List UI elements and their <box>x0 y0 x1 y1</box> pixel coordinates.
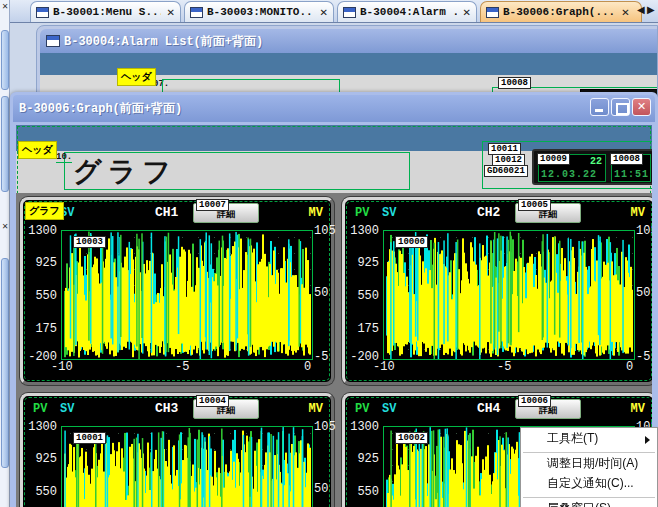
channel-title: CH3 <box>155 401 178 416</box>
graph-panel-ch1: グラフ PV SV CH1 10007 詳細 MV 1300 925 550 1… <box>20 197 334 385</box>
submenu-arrow-icon <box>645 436 650 444</box>
detail-button[interactable]: 10007 詳細 <box>193 203 259 223</box>
menu-item-label: 调整日期/时间(A) <box>547 456 638 470</box>
y-axis-tick: 550 <box>23 485 57 499</box>
trend-graph-canvas <box>383 230 635 360</box>
object-id-label: 10007 <box>196 199 229 211</box>
trend-graph-canvas <box>61 230 313 360</box>
y-axis-tick: 925 <box>345 256 379 270</box>
context-menu: 工具栏(T) 调整日期/时间(A) 自定义通知(C)... 层叠窗口(S) <box>520 427 658 507</box>
y-axis-tick: 550 <box>345 485 379 499</box>
menu-item-custom-notify[interactable]: 自定义通知(C)... <box>521 475 657 495</box>
header-part-tag: ヘッダ <box>18 141 57 159</box>
x-axis-tick: -10 <box>373 360 395 374</box>
tab-scroll-right-icon[interactable]: ▶ <box>647 4 656 15</box>
tab-b30001[interactable]: B-30001:Menu S... ✕ <box>30 1 181 22</box>
mv-legend: MV <box>309 402 323 416</box>
y-axis-tick: 175 <box>23 322 57 336</box>
tab-b30003[interactable]: B-30003:MONITO... ✕ <box>184 1 334 22</box>
menu-item-label: 工具栏(T) <box>547 431 598 445</box>
y-axis-tick: 1300 <box>345 420 379 434</box>
alarm-window-titlebar[interactable]: B-30004:Alarm List(前面+背面) <box>40 29 657 53</box>
graph-window-titlebar[interactable]: B-30006:Graph(前面+背面) ✕ <box>13 95 655 122</box>
y2-axis-tick: -5 <box>314 350 328 364</box>
menu-item-label: 层叠窗口(S) <box>547 501 611 507</box>
window-icon <box>46 35 60 47</box>
pv-legend: PV <box>33 402 47 416</box>
menu-item-cascade-windows[interactable]: 层叠窗口(S) <box>521 500 657 507</box>
y2-axis-tick: 50 <box>314 286 328 300</box>
panel-header: PV SV CH2 10005 詳細 MV <box>349 202 649 224</box>
mv-legend: MV <box>631 206 645 220</box>
dock-scrollbar[interactable] <box>1 96 9 192</box>
x-axis-tick: 0 <box>304 360 311 374</box>
screen-title-text: グラフ <box>73 153 177 191</box>
object-id-label: 10004 <box>196 395 229 407</box>
alarm-window-content: ヘッダ 07. 10008 <box>40 53 657 96</box>
minimize-button[interactable] <box>590 98 609 116</box>
mv-legend: MV <box>309 206 323 220</box>
detail-button[interactable]: 10005 詳細 <box>515 203 581 223</box>
channel-title: CH1 <box>155 205 178 220</box>
x-axis-tick: -10 <box>51 360 73 374</box>
dock-close-icon[interactable]: ✕ <box>1 222 9 232</box>
pv-legend: PV <box>355 402 369 416</box>
screen-title-box: グラフ <box>64 152 410 190</box>
date-digits: 12.03.22 <box>541 169 597 180</box>
left-dock-strip: ✕ ✕ <box>0 0 10 507</box>
window-controls: ✕ <box>590 98 651 116</box>
detail-button[interactable]: 10004 詳細 <box>193 399 259 419</box>
tab-b30004[interactable]: B-30004:Alarm ... ✕ <box>337 1 477 22</box>
x-axis-tick: -5 <box>497 360 511 374</box>
clock-lcd-panel: 10009 22 12.03.22 10008 11:51 <box>532 149 652 185</box>
y-axis-tick: 925 <box>23 452 57 466</box>
y-axis-tick: 1300 <box>23 420 57 434</box>
tab-close-icon[interactable]: ✕ <box>621 7 629 18</box>
menu-item-toolbar[interactable]: 工具栏(T) <box>521 430 657 450</box>
graph-panel-ch2: PV SV CH2 10005 詳細 MV 1300 925 550 175 -… <box>342 197 652 385</box>
sv-legend: SV <box>382 402 396 416</box>
tab-b30006-active[interactable]: B-30006:Graph(... ✕ <box>480 1 642 22</box>
dock-close-icon[interactable]: ✕ <box>1 2 9 12</box>
y2-axis-tick: 105 <box>314 224 336 238</box>
close-button[interactable]: ✕ <box>632 98 651 116</box>
y-axis-tick: 925 <box>23 256 57 270</box>
pv-legend: PV <box>355 206 369 220</box>
tab-close-icon[interactable]: ✕ <box>463 7 471 18</box>
y-axis-tick: 175 <box>345 322 379 336</box>
screen-icon <box>486 7 499 18</box>
channel-title: CH4 <box>477 401 500 416</box>
detail-button[interactable]: 10006 詳細 <box>515 399 581 419</box>
panel-header: PV SV CH1 10007 詳細 MV <box>27 202 327 224</box>
screen-tab-bar: B-30001:Menu S... ✕ B-30003:MONITO... ✕ … <box>10 0 658 23</box>
sv-legend: SV <box>60 402 74 416</box>
object-id-label: 10008 <box>610 153 643 165</box>
tab-close-icon[interactable]: ✕ <box>167 7 175 18</box>
dock-scrollbar[interactable] <box>1 30 9 90</box>
time-digits: 11:51 <box>614 169 649 180</box>
y-axis-tick: 550 <box>23 289 57 303</box>
y2-axis-tick: 50 <box>636 286 650 300</box>
seconds-digits: 22 <box>590 156 602 167</box>
graph-part-tag: グラフ <box>25 202 64 220</box>
menu-item-adjust-datetime[interactable]: 调整日期/时间(A) <box>521 455 657 475</box>
menu-separator <box>523 497 655 498</box>
y-axis-tick: 925 <box>345 452 379 466</box>
object-id-label: 10009 <box>537 153 570 165</box>
tab-scroll-left-icon[interactable]: ◀ <box>637 4 646 15</box>
panel-header: PV SV CH3 10004 詳細 MV <box>27 398 327 420</box>
tab-close-icon[interactable]: ✕ <box>320 7 328 18</box>
trend-object-id: 10001 <box>73 432 106 444</box>
time-display: 10008 11:51 <box>611 154 651 182</box>
menu-item-label: 自定义通知(C)... <box>547 476 634 490</box>
screen-icon <box>190 7 203 18</box>
x-axis-tick: 0 <box>626 360 633 374</box>
window-title: B-30004:Alarm List(前面+背面) <box>64 33 263 50</box>
tab-label: B-30001:Menu S... <box>53 6 161 18</box>
tab-label: B-30004:Alarm ... <box>360 6 457 18</box>
trend-object-id: 10003 <box>73 236 106 248</box>
graph-panel-ch3: PV SV CH3 10004 詳細 MV 1300 925 550 175 -… <box>20 393 334 507</box>
maximize-button[interactable] <box>611 98 630 116</box>
tab-label: B-30006:Graph(... <box>503 6 615 18</box>
screen-icon <box>36 7 49 18</box>
